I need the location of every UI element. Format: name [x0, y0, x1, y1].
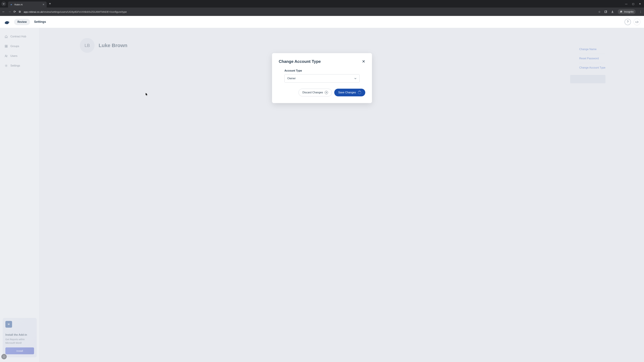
account-type-label: Account Type: [284, 69, 365, 72]
browser-toolbar: ← → ⟳ app.robinai.co.uk/review/settings/…: [0, 7, 644, 16]
reload-button[interactable]: ⟳: [14, 10, 16, 13]
close-window-button[interactable]: ✕: [639, 2, 641, 5]
help-button[interactable]: ?: [624, 19, 631, 25]
discard-changes-button[interactable]: Discard Changes ✕: [298, 89, 332, 96]
forward-button[interactable]: →: [8, 10, 11, 13]
browser-tab[interactable]: Robin AI ✕: [8, 1, 46, 7]
svg-point-0: [19, 11, 20, 11]
incognito-icon: [620, 10, 623, 13]
tab-title: Robin AI: [14, 3, 41, 6]
modal-overlay[interactable]: Change Account Type ✕ Account Type Owner…: [0, 28, 644, 362]
account-type-select[interactable]: Owner: [284, 74, 360, 83]
nav-review[interactable]: Review: [14, 19, 30, 25]
modal-title: Change Account Type: [279, 59, 321, 64]
bookmark-button[interactable]: ☆: [598, 10, 600, 13]
extensions-button[interactable]: [604, 10, 607, 13]
svg-point-1: [20, 11, 21, 12]
change-account-type-modal: Change Account Type ✕ Account Type Owner…: [272, 53, 372, 103]
minimize-button[interactable]: —: [625, 2, 628, 5]
site-settings-icon[interactable]: [18, 10, 21, 13]
back-button[interactable]: ←: [2, 10, 5, 13]
x-circle-icon: ✕: [325, 91, 328, 94]
window-controls: — ▢ ✕: [625, 2, 643, 5]
svg-point-2: [19, 12, 20, 13]
address-bar[interactable]: app.robinai.co.uk/review/settings/users/…: [24, 10, 596, 13]
app-header: Review Settings ? LD: [0, 16, 644, 28]
robin-logo[interactable]: [4, 19, 11, 25]
tab-close-button[interactable]: ✕: [42, 3, 44, 6]
select-value: Owner: [287, 77, 296, 80]
downloads-button[interactable]: [611, 10, 614, 13]
user-avatar-menu[interactable]: LD: [634, 18, 640, 25]
save-changes-button[interactable]: Save Changes: [334, 89, 365, 96]
chevron-down-icon: [354, 77, 357, 80]
browser-menu-button[interactable]: ⋮: [639, 10, 642, 13]
tab-search-button[interactable]: [1, 1, 6, 6]
maximize-button[interactable]: ▢: [632, 2, 634, 5]
browser-tab-strip: Robin AI ✕ + — ▢ ✕: [0, 0, 644, 7]
chevron-down-icon: [3, 3, 5, 5]
modal-close-button[interactable]: ✕: [362, 59, 365, 64]
loading-spinner-icon: [358, 91, 361, 94]
new-tab-button[interactable]: +: [49, 2, 51, 6]
incognito-badge[interactable]: Incognito: [618, 9, 636, 14]
nav-settings[interactable]: Settings: [34, 20, 46, 24]
robin-favicon: [10, 3, 13, 6]
